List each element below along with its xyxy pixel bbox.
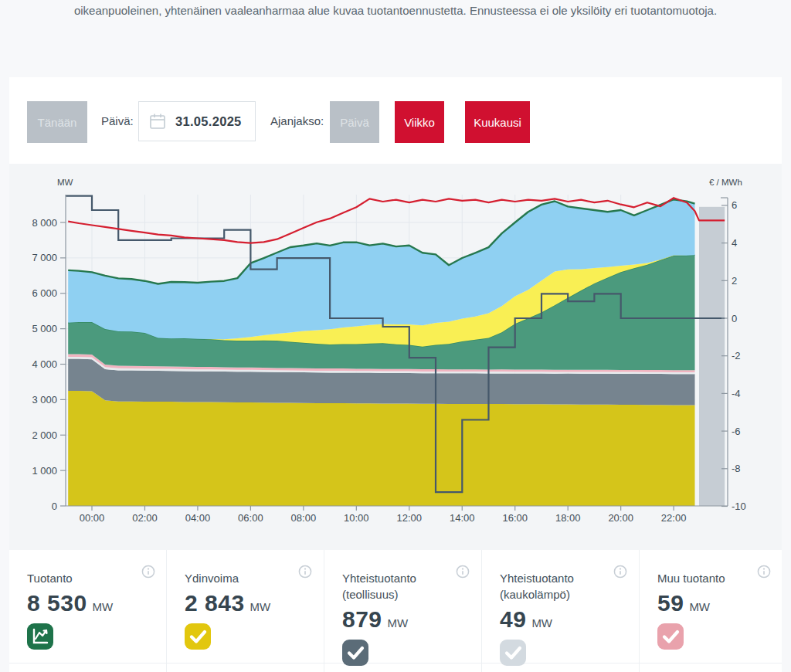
chart-line-icon[interactable]	[27, 623, 53, 650]
period-day-button[interactable]: Päivä	[330, 101, 379, 143]
left-axis-unit: MW	[57, 178, 73, 187]
x-tick-label: 06:00	[238, 512, 263, 524]
x-tick-label: 10:00	[344, 512, 369, 524]
calendar-icon	[149, 113, 166, 130]
date-label: Päivä:	[101, 77, 134, 164]
card-ydinvoima: Ydinvoima 2 843MW	[167, 550, 323, 663]
right-tick-label: -4	[732, 388, 741, 399]
right-tick-label: -2	[732, 350, 741, 361]
card-label: Yhteistuotanto (kaukolämpö)	[500, 570, 624, 602]
card-label: Tuotanto	[27, 570, 152, 586]
checkbox-icon[interactable]	[185, 623, 211, 650]
x-tick-label: 22:00	[661, 512, 687, 524]
card-yhteistuotanto-teollisuus: Yhteistuotanto (teollisuus) 879MW	[324, 550, 480, 663]
left-tick-label: 6 000	[32, 287, 57, 299]
x-tick-label: 20:00	[608, 512, 633, 524]
left-tick-label: 0	[52, 501, 57, 512]
left-tick-label: 3 000	[32, 394, 57, 406]
period-week-button[interactable]: Viikko	[395, 101, 444, 143]
x-tick-label: 16:00	[502, 512, 528, 524]
controls-panel: Tänään Päivä: 31.05.2025 Ajanjakso: Päiv…	[9, 77, 782, 164]
info-icon[interactable]	[613, 565, 627, 579]
period-label: Ajanjakso:	[270, 77, 324, 164]
card-value: 49MW	[500, 606, 624, 633]
info-icon[interactable]	[456, 565, 470, 579]
card-muu-tuotanto: Muu tuotanto 59MW	[640, 550, 782, 663]
series-area-0	[68, 391, 694, 506]
info-icon[interactable]	[757, 565, 771, 579]
x-tick-label: 18:00	[555, 512, 581, 524]
left-tick-label: 7 000	[32, 252, 57, 263]
left-tick-label: 4 000	[32, 358, 57, 370]
info-icon[interactable]	[141, 565, 155, 579]
x-tick-label: 02:00	[132, 512, 158, 524]
left-tick-label: 5 000	[32, 323, 57, 334]
info-icon[interactable]	[298, 565, 312, 579]
card-tuotanto: Tuotanto 8 530MW	[9, 550, 166, 663]
x-tick-label: 08:00	[291, 512, 317, 524]
x-tick-label: 12:00	[397, 512, 423, 524]
right-tick-label: -10	[732, 501, 746, 512]
card-row-divider	[9, 663, 782, 664]
date-input[interactable]: 31.05.2025	[138, 101, 256, 141]
production-chart-panel: 01 0002 0003 0004 0005 0006 0007 0008 00…	[9, 164, 782, 550]
right-tick-label: -8	[732, 463, 741, 474]
intro-text: oikeanpuoleinen, yhtenäinen vaaleanharma…	[0, 4, 791, 17]
right-tick-label: 4	[732, 237, 737, 249]
production-chart: 01 0002 0003 0004 0005 0006 0007 0008 00…	[9, 164, 782, 550]
card-label: Muu tuotanto	[657, 570, 768, 586]
today-button[interactable]: Tänään	[27, 101, 87, 143]
chart-forecast-band	[699, 207, 725, 506]
right-tick-label: 2	[732, 275, 737, 287]
period-month-button[interactable]: Kuukausi	[465, 101, 530, 143]
checkbox-icon[interactable]	[500, 640, 526, 666]
card-value: 59MW	[657, 590, 768, 616]
x-tick-label: 00:00	[80, 512, 105, 524]
card-label: Yhteistuotanto (teollisuus)	[342, 570, 467, 602]
card-value: 2 843MW	[185, 590, 309, 616]
right-tick-label: 6	[732, 199, 737, 211]
x-tick-label: 14:00	[450, 512, 475, 524]
checkbox-icon[interactable]	[342, 640, 368, 666]
left-tick-label: 1 000	[32, 465, 57, 477]
card-value: 879MW	[342, 606, 467, 633]
checkbox-icon[interactable]	[657, 623, 684, 650]
card-yhteistuotanto-kaukolampo: Yhteistuotanto (kaukolämpö) 49MW	[482, 550, 638, 663]
left-tick-label: 8 000	[32, 217, 57, 229]
right-tick-label: -6	[732, 426, 741, 437]
card-value: 8 530MW	[27, 590, 152, 616]
x-tick-label: 04:00	[185, 512, 211, 524]
right-tick-label: 0	[732, 313, 737, 324]
right-axis-unit: € / MWh	[709, 178, 742, 187]
date-value: 31.05.2025	[175, 114, 242, 129]
production-cards-panel: Tuotanto 8 530MW Ydinvoima 2 843MW	[9, 550, 782, 672]
card-label: Ydinvoima	[185, 570, 309, 586]
fingrid-production-page: oikeanpuoleinen, yhtenäinen vaaleanharma…	[0, 0, 791, 672]
left-tick-label: 2 000	[32, 429, 57, 441]
